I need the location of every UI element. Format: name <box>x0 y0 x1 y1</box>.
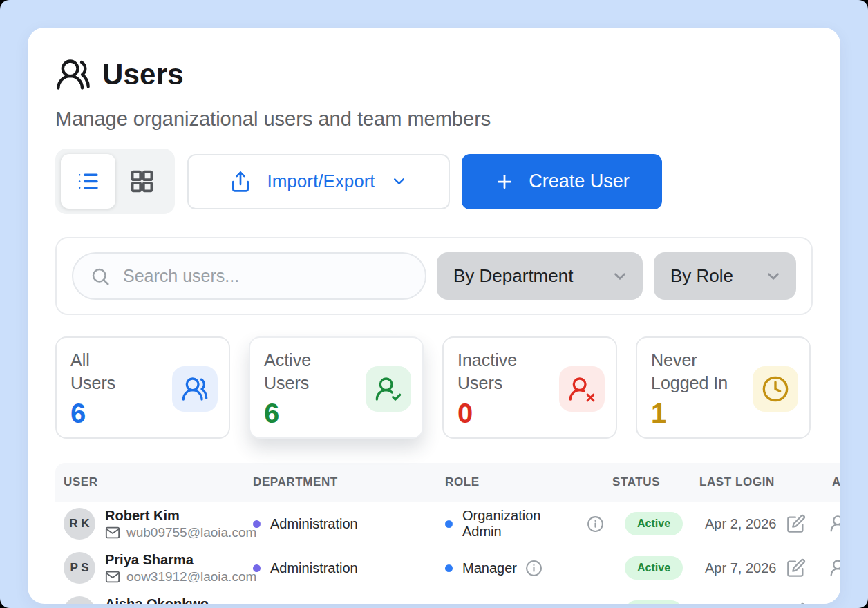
stat-cards: All Users 6 Active Users 6 <box>55 336 813 439</box>
user-role: Organization Admin <box>462 508 578 540</box>
avatar: R K <box>64 508 95 540</box>
column-header-department: DEPARTMENT <box>245 475 437 489</box>
user-name: Aisha Okonkwo <box>105 596 209 604</box>
import-export-button[interactable]: Import/Export <box>187 154 450 209</box>
user-email: oow31912@laoia.com <box>126 569 256 585</box>
status-badge: Active <box>625 600 683 604</box>
last-login: Apr 2, 2026 <box>691 516 778 532</box>
user-name: Robert Kim <box>105 507 256 524</box>
status-badge: Active <box>625 556 683 580</box>
chevron-down-icon <box>764 267 782 285</box>
upload-icon <box>229 171 252 193</box>
info-icon[interactable] <box>525 560 542 577</box>
create-user-button[interactable]: Create User <box>462 154 662 209</box>
view-toggle <box>55 149 175 214</box>
filter-bar: By Department By Role <box>55 237 813 315</box>
table-header-row: USER DEPARTMENT ROLE STATUS LAST LOGIN A… <box>55 463 840 502</box>
stat-icon-tile <box>559 366 605 412</box>
column-header-status: STATUS <box>604 475 691 489</box>
list-view-icon <box>75 169 101 194</box>
mail-icon <box>105 569 120 585</box>
user-email: wub09755@laoia.com <box>126 525 256 540</box>
last-login: Apr 7, 2026 <box>691 560 778 576</box>
users-page-card: Users Manage organizational users and te… <box>28 28 840 604</box>
stat-card-all-users[interactable]: All Users 6 <box>55 336 230 439</box>
department-dot <box>253 564 261 572</box>
page-title: Users <box>102 58 184 91</box>
role-dot <box>445 520 453 528</box>
stat-icon-tile <box>366 366 411 412</box>
user-name: Priya Sharma <box>105 551 256 568</box>
table-row[interactable]: A O Aisha Okonkwo <box>55 590 840 604</box>
user-icon[interactable] <box>828 514 840 533</box>
table-row[interactable]: R K Robert Kim wub09755@laoia.com Admini <box>55 502 840 546</box>
user-x-icon <box>568 375 596 403</box>
stat-card-never-logged-in[interactable]: Never Logged In 1 <box>636 336 811 439</box>
role-dot <box>445 564 453 572</box>
avatar: A O <box>64 596 95 604</box>
search-icon <box>90 266 111 287</box>
edit-icon[interactable] <box>786 514 806 533</box>
avatar: P S <box>64 552 95 584</box>
chevron-down-icon <box>390 173 408 190</box>
grid-view-icon <box>129 169 155 194</box>
column-header-actions: ACTIONS <box>778 475 840 489</box>
stat-icon-tile <box>753 366 798 412</box>
search-input[interactable] <box>123 266 408 286</box>
create-user-label: Create User <box>529 171 630 192</box>
column-header-last-login: LAST LOGIN <box>691 475 778 489</box>
user-role: Manager <box>462 560 517 576</box>
clock-icon <box>762 375 789 403</box>
chevron-down-icon <box>611 267 629 285</box>
department-filter-dropdown[interactable]: By Department <box>437 252 643 300</box>
status-badge: Active <box>625 512 683 535</box>
role-filter-label: By Role <box>670 265 733 287</box>
user-department: Administration <box>270 560 358 576</box>
page-header: Users <box>55 57 813 93</box>
table-row[interactable]: P S Priya Sharma oow31912@laoia.com Admi <box>55 546 840 590</box>
stat-card-active-users[interactable]: Active Users 6 <box>249 336 424 439</box>
app-background: Users Manage organizational users and te… <box>0 0 868 608</box>
user-icon[interactable] <box>828 558 840 578</box>
search-field[interactable] <box>72 252 426 300</box>
toolbar: Import/Export Create User <box>55 149 813 214</box>
import-export-label: Import/Export <box>267 171 375 192</box>
grid-view-button[interactable] <box>115 154 170 209</box>
department-dot <box>253 520 261 528</box>
list-view-button[interactable] <box>61 154 115 209</box>
users-icon <box>55 57 91 93</box>
page-subtitle: Manage organizational users and team mem… <box>55 108 813 131</box>
user-department: Administration <box>270 516 358 532</box>
info-icon[interactable] <box>587 515 604 533</box>
edit-icon[interactable] <box>786 558 806 578</box>
stat-card-inactive-users[interactable]: Inactive Users 0 <box>442 336 617 439</box>
mail-icon <box>105 525 120 540</box>
plus-icon <box>494 171 515 192</box>
role-filter-dropdown[interactable]: By Role <box>654 252 796 300</box>
users-table: USER DEPARTMENT ROLE STATUS LAST LOGIN A… <box>55 463 840 604</box>
column-header-user: USER <box>55 475 245 489</box>
user-icon[interactable] <box>828 602 840 604</box>
info-icon[interactable] <box>471 604 488 605</box>
stat-icon-tile <box>172 366 218 412</box>
user-check-icon <box>375 375 402 403</box>
edit-icon[interactable] <box>786 602 806 604</box>
department-filter-label: By Department <box>453 265 573 287</box>
column-header-role: ROLE <box>437 475 604 489</box>
users-icon <box>181 375 209 403</box>
